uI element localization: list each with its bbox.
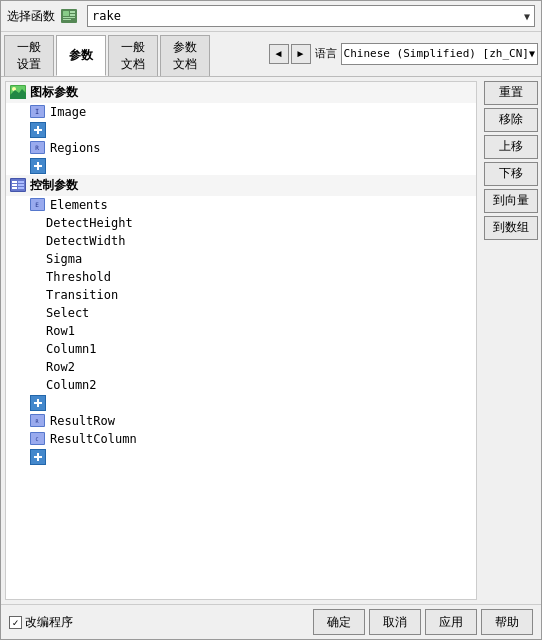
- svg-rect-4: [63, 17, 75, 18]
- regions-node-icon: R: [30, 140, 46, 156]
- lang-select-arrow: ▼: [529, 48, 535, 59]
- svg-rect-27: [18, 181, 24, 183]
- tabs-row: 一般 设置 参数 一般 文档 参数 文档 ◄ ► 语言 Chinese (Sim…: [1, 32, 541, 77]
- bottom-buttons: 确定 取消 应用 帮助: [313, 609, 533, 635]
- result-row-label: ResultRow: [50, 414, 115, 428]
- tab-param-docs[interactable]: 参数 文档: [160, 35, 210, 76]
- elements-add-button[interactable]: [30, 395, 46, 411]
- nav-next-button[interactable]: ►: [291, 44, 311, 64]
- function-icon: [61, 8, 77, 24]
- lang-select-value: Chinese (Simplified) [zh_CN]: [344, 47, 529, 60]
- image-node-icon: I: [30, 104, 46, 120]
- image-node-label: Image: [50, 105, 86, 119]
- lang-select[interactable]: Chinese (Simplified) [zh_CN] ▼: [341, 43, 538, 65]
- subnode-threshold: Threshold: [46, 270, 111, 284]
- move-down-button[interactable]: 下移: [484, 162, 538, 186]
- svg-rect-25: [12, 184, 17, 186]
- to-vector-button[interactable]: 到向量: [484, 189, 538, 213]
- function-select-arrow: ▼: [524, 11, 530, 22]
- select-function-label: 选择函数: [7, 8, 55, 25]
- reset-button[interactable]: 重置: [484, 81, 538, 105]
- elements-node-label: Elements: [50, 198, 108, 212]
- tree-panel: 图标参数 I Image: [5, 81, 477, 600]
- function-select-value: rake: [92, 9, 121, 23]
- elements-node-icon: E: [30, 197, 46, 213]
- cancel-button[interactable]: 取消: [369, 609, 421, 635]
- subnode-row2: Row2: [46, 360, 75, 374]
- top-bar: 选择函数 rake ▼: [1, 1, 541, 32]
- svg-rect-2: [70, 11, 75, 13]
- svg-rect-35: [34, 402, 42, 404]
- list-item[interactable]: DetectHeight: [42, 214, 476, 232]
- svg-rect-24: [12, 181, 17, 183]
- nav-arrows: ◄ ►: [269, 44, 311, 64]
- main-window: 选择函数 rake ▼ 一般 设置 参数 一般 文档 参数 文档 ◄ ►: [0, 0, 542, 640]
- list-item[interactable]: Row2: [42, 358, 476, 376]
- subnode-row1: Row1: [46, 324, 75, 338]
- nav-prev-button[interactable]: ◄: [269, 44, 289, 64]
- lang-label: 语言: [315, 46, 337, 61]
- help-button[interactable]: 帮助: [481, 609, 533, 635]
- image-node[interactable]: I Image: [26, 103, 476, 121]
- svg-rect-1: [63, 11, 69, 16]
- subnode-transition: Transition: [46, 288, 118, 302]
- edit-program-label[interactable]: ✓ 改编程序: [9, 614, 73, 631]
- result-column-label: ResultColumn: [50, 432, 137, 446]
- list-item[interactable]: Column1: [42, 340, 476, 358]
- image-add-row: [6, 121, 476, 139]
- function-select[interactable]: rake ▼: [87, 5, 535, 27]
- image-add-button[interactable]: [30, 122, 46, 138]
- regions-node[interactable]: R Regions: [26, 139, 476, 157]
- edit-program-text: 改编程序: [25, 614, 73, 631]
- tab-general-settings[interactable]: 一般 设置: [4, 35, 54, 76]
- edit-program-checkbox[interactable]: ✓: [9, 616, 22, 629]
- list-item[interactable]: DetectWidth: [42, 232, 476, 250]
- result-column-icon: C: [30, 431, 46, 447]
- elements-node[interactable]: E Elements: [26, 196, 476, 214]
- image-params-header: 图标参数: [6, 82, 476, 103]
- list-item[interactable]: Select: [42, 304, 476, 322]
- subnode-detect-width: DetectWidth: [46, 234, 125, 248]
- right-panel: 重置 移除 上移 下移 到向量 到数组: [481, 77, 541, 604]
- image-params-icon: [10, 84, 26, 100]
- subnode-column2: Column2: [46, 378, 97, 392]
- control-params-label: 控制参数: [30, 177, 78, 194]
- tabs-right: ◄ ► 语言 Chinese (Simplified) [zh_CN] ▼: [269, 35, 538, 76]
- tab-params[interactable]: 参数: [56, 35, 106, 76]
- list-item[interactable]: Threshold: [42, 268, 476, 286]
- svg-rect-29: [18, 187, 24, 189]
- svg-text:C: C: [35, 436, 38, 442]
- regions-add-button[interactable]: [30, 158, 46, 174]
- svg-rect-26: [12, 187, 17, 189]
- list-item[interactable]: Row1: [42, 322, 476, 340]
- bottom-bar: ✓ 改编程序 确定 取消 应用 帮助: [1, 604, 541, 639]
- svg-rect-15: [34, 129, 42, 131]
- tab-general-docs[interactable]: 一般 文档: [108, 35, 158, 76]
- list-item[interactable]: Column2: [42, 376, 476, 394]
- list-item[interactable]: Sigma: [42, 250, 476, 268]
- svg-text:I: I: [35, 108, 39, 116]
- list-item[interactable]: Transition: [42, 286, 476, 304]
- regions-node-label: Regions: [50, 141, 101, 155]
- remove-button[interactable]: 移除: [484, 108, 538, 132]
- result-add-row: [6, 448, 476, 466]
- result-row-node[interactable]: R ResultRow: [26, 412, 476, 430]
- content-area: 图标参数 I Image: [1, 77, 541, 604]
- result-row-icon: R: [30, 413, 46, 429]
- result-column-node[interactable]: C ResultColumn: [26, 430, 476, 448]
- subnode-sigma: Sigma: [46, 252, 82, 266]
- svg-rect-28: [18, 184, 24, 186]
- to-group-button[interactable]: 到数组: [484, 216, 538, 240]
- svg-text:R: R: [35, 144, 39, 151]
- apply-button[interactable]: 应用: [425, 609, 477, 635]
- move-up-button[interactable]: 上移: [484, 135, 538, 159]
- subnode-column1: Column1: [46, 342, 97, 356]
- svg-rect-5: [63, 19, 71, 20]
- image-params-label: 图标参数: [30, 84, 78, 101]
- svg-text:E: E: [35, 201, 39, 208]
- confirm-button[interactable]: 确定: [313, 609, 365, 635]
- svg-rect-3: [70, 14, 75, 16]
- subnode-detect-height: DetectHeight: [46, 216, 133, 230]
- elements-add-row: [6, 394, 476, 412]
- result-add-button[interactable]: [30, 449, 46, 465]
